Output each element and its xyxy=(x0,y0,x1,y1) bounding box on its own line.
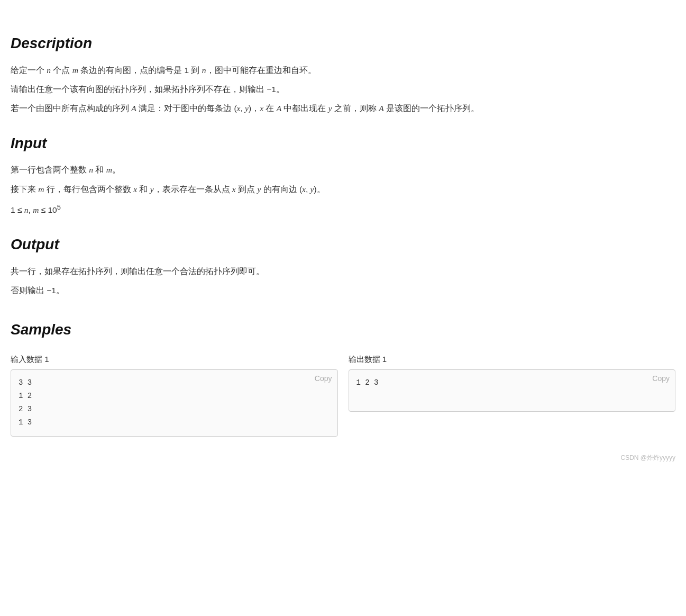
sample-input-col: 输入数据 1 Copy 3 3 1 2 2 3 1 3 xyxy=(11,352,338,436)
output-title: Output xyxy=(11,232,675,257)
copy-input-button[interactable]: Copy xyxy=(315,374,332,383)
output-para-2: 否则输出 −1。 xyxy=(11,284,675,297)
sample-output-col: 输出数据 1 Copy 1 2 3 xyxy=(349,352,676,436)
input-title: Input xyxy=(11,131,675,156)
copy-output-button[interactable]: Copy xyxy=(652,374,670,383)
sample-output-code: 1 2 3 xyxy=(356,376,668,389)
output-para-1: 共一行，如果存在拓扑序列，则输出任意一个合法的拓扑序列即可。 xyxy=(11,265,675,278)
input-para-2: 接下来 m 行，每行包含两个整数 x 和 y，表示存在一条从点 x 到点 y 的… xyxy=(11,183,675,196)
samples-grid: 输入数据 1 Copy 3 3 1 2 2 3 1 3 输出数据 1 Copy … xyxy=(11,352,675,436)
input-para-1: 第一行包含两个整数 n 和 m。 xyxy=(11,163,675,177)
input-para-3: 1 ≤ n, m ≤ 105 xyxy=(11,202,675,218)
footer-credit: CSDN @炸炸yyyyy xyxy=(11,452,675,463)
samples-title: Samples xyxy=(11,317,675,342)
sample-output-label: 输出数据 1 xyxy=(349,352,676,366)
sample-input-code: 3 3 1 2 2 3 1 3 xyxy=(19,376,330,430)
description-para-3: 若一个由图中所有点构成的序列 A 满足：对于图中的每条边 (x, y)，x 在 … xyxy=(11,102,675,115)
sample-output-box: Copy 1 2 3 xyxy=(349,369,676,412)
description-para-2: 请输出任意一个该有向图的拓扑序列，如果拓扑序列不存在，则输出 −1。 xyxy=(11,83,675,96)
description-title: Description xyxy=(11,31,675,56)
sample-input-box: Copy 3 3 1 2 2 3 1 3 xyxy=(11,369,338,437)
sample-input-label: 输入数据 1 xyxy=(11,352,338,366)
description-para-1: 给定一个 n 个点 m 条边的有向图，点的编号是 1 到 n，图中可能存在重边和… xyxy=(11,64,675,77)
